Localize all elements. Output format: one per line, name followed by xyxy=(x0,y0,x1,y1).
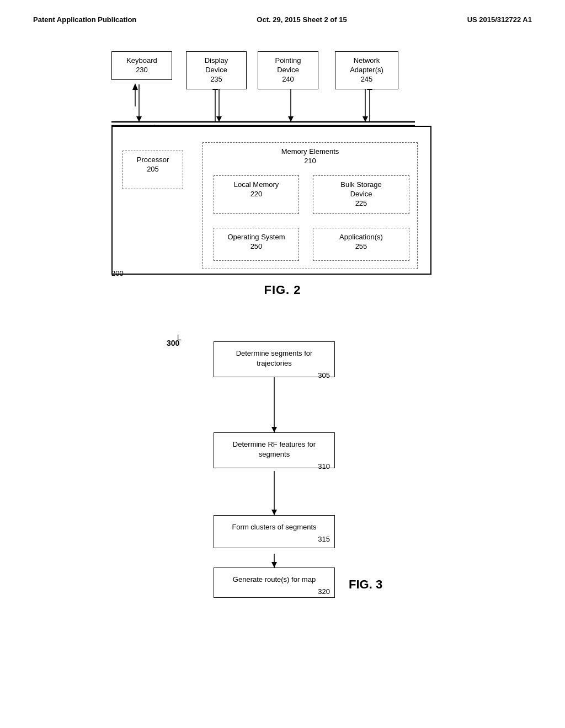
header-left: Patent Application Publication xyxy=(33,15,136,24)
processor-box: Processor205 xyxy=(122,151,183,189)
applications-box: Application(s)255 xyxy=(313,228,409,261)
svg-marker-29 xyxy=(271,510,277,515)
svg-marker-5 xyxy=(216,116,222,122)
svg-marker-31 xyxy=(271,562,277,568)
step310-box: Determine RF features forsegments 310 xyxy=(214,432,335,468)
fig3-area: 300 └ Determine segments fortrajectories… xyxy=(0,325,565,617)
patent-header: Patent Application Publication Oct. 29, … xyxy=(0,0,565,29)
svg-marker-27 xyxy=(271,427,277,432)
fig3-diagram: 300 └ Determine segments fortrajectories… xyxy=(145,330,420,612)
keyboard-box: Keyboard230 xyxy=(111,51,172,80)
svg-marker-3 xyxy=(132,83,138,90)
step315-number: 315 xyxy=(218,534,330,544)
pointing-label: PointingDevice240 xyxy=(275,56,301,83)
keyboard-label: Keyboard230 xyxy=(126,56,157,74)
step310-text: Determine RF features forsegments xyxy=(233,440,316,458)
fig3-label: FIG. 3 xyxy=(349,577,382,592)
step315-box: Form clusters of segments 315 xyxy=(214,515,335,548)
fig2-diagram: 215 Keyboard230 DisplayDevice235 Pointin… xyxy=(95,40,470,277)
system-number: 200 xyxy=(111,269,124,277)
step305-box: Determine segments fortrajectories 305 xyxy=(214,341,335,377)
network-adapter-box: NetworkAdapter(s)245 xyxy=(335,51,398,89)
svg-marker-11 xyxy=(363,116,368,122)
local-memory-box: Local Memory220 xyxy=(214,175,299,214)
svg-marker-1 xyxy=(136,116,142,122)
pointing-device-box: PointingDevice240 xyxy=(258,51,318,89)
fig3-number-brace: └ xyxy=(175,335,181,345)
os-label: Operating System250 xyxy=(227,233,285,250)
bulk-storage-label: Bulk StorageDevice225 xyxy=(340,180,381,207)
fig2-area: 215 Keyboard230 DisplayDevice235 Pointin… xyxy=(0,29,565,325)
header-center: Oct. 29, 2015 Sheet 2 of 15 xyxy=(257,15,347,24)
header-right: US 2015/312722 A1 xyxy=(467,15,532,24)
memory-elements-label: Memory Elements210 xyxy=(203,147,417,166)
network-label: NetworkAdapter(s)245 xyxy=(350,56,383,83)
fig2-label: FIG. 2 xyxy=(33,283,532,297)
step305-text: Determine segments fortrajectories xyxy=(236,349,313,367)
svg-marker-9 xyxy=(288,116,294,122)
display-device-box: DisplayDevice235 xyxy=(186,51,247,89)
processor-label: Processor205 xyxy=(137,156,169,173)
step320-number: 320 xyxy=(218,587,330,597)
step320-text: Generate route(s) for map xyxy=(233,575,316,584)
step310-number: 310 xyxy=(218,462,330,472)
step305-number: 305 xyxy=(218,371,330,381)
os-box: Operating System250 xyxy=(214,228,299,261)
bulk-storage-box: Bulk StorageDevice225 xyxy=(313,175,409,214)
step315-text: Form clusters of segments xyxy=(232,523,316,531)
local-memory-label: Local Memory220 xyxy=(234,180,279,198)
step320-box: Generate route(s) for map 320 xyxy=(214,568,335,598)
applications-label: Application(s)255 xyxy=(339,233,383,250)
display-label: DisplayDevice235 xyxy=(205,56,228,83)
